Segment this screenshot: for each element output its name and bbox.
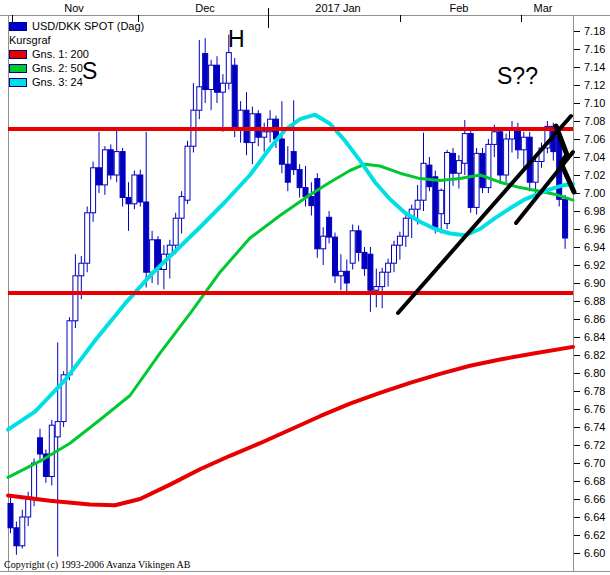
candle-body-down — [309, 197, 314, 206]
chart-type-label: Kursgraf — [9, 34, 51, 46]
candle-body-up — [67, 321, 72, 375]
legend-entry-label: Gns. 1: 200 — [32, 48, 89, 60]
legend-entry-label: Gns. 2: 50 — [32, 62, 83, 74]
candle-body-down — [138, 175, 143, 202]
candle-body-up — [462, 134, 467, 164]
series-swatch — [9, 64, 27, 73]
candle-body-up — [415, 200, 420, 209]
series-swatch — [9, 78, 27, 87]
month-label: Feb — [450, 2, 469, 14]
month-label: 2017 Jan — [315, 2, 360, 14]
candle-body-down — [38, 438, 43, 454]
candle-body-up — [521, 137, 526, 150]
month-label: Dec — [195, 2, 215, 14]
price-label: 6.86 — [584, 313, 605, 325]
candle-body-down — [427, 165, 432, 187]
candle-body-up — [445, 153, 450, 224]
annotation-text: S — [82, 60, 97, 83]
candle-body-up — [32, 463, 37, 499]
chart-legend: USD/DKK SPOT (Dag) Kursgraf Gns. 1: 200G… — [9, 19, 144, 89]
candle-body-up — [456, 161, 461, 174]
copyright-notice: Copyright (c) 1993-2006 Avanza Vikingen … — [4, 559, 191, 570]
price-label: 6.76 — [584, 403, 605, 415]
price-label: 6.64 — [584, 511, 605, 523]
candle-body-up — [262, 132, 267, 137]
series-swatch — [9, 50, 27, 59]
candle-body-down — [285, 164, 290, 182]
candle-body-down — [126, 198, 131, 204]
candle-body-down — [256, 114, 261, 137]
candle-body-down — [108, 150, 113, 175]
legend-entries: Gns. 1: 200Gns. 2: 50Gns. 3: 24 — [9, 47, 144, 89]
price-label: 7.18 — [584, 25, 605, 37]
price-label: 6.60 — [584, 547, 605, 559]
price-label: 6.72 — [584, 439, 605, 451]
candle-body-down — [203, 54, 208, 90]
candle-body-up — [179, 197, 184, 219]
candle-body-down — [215, 65, 220, 92]
candle-body-down — [433, 177, 438, 227]
price-label: 7.16 — [584, 43, 605, 55]
price-label: 6.82 — [584, 349, 605, 361]
price-label: 6.74 — [584, 421, 605, 433]
candle-body-down — [333, 237, 338, 276]
chart-window: NovDec2017 JanFebMar 7.187.167.147.127.1… — [0, 0, 610, 575]
price-label: 7.06 — [584, 133, 605, 145]
candle-body-up — [185, 146, 190, 200]
candle-body-down — [362, 252, 367, 268]
candle-body-up — [338, 271, 343, 276]
candle-body-up — [132, 175, 137, 204]
candle-body-up — [321, 236, 326, 249]
legend-entry-label: Gns. 3: 24 — [32, 76, 83, 88]
month-label: Mar — [534, 2, 553, 14]
candle-body-up — [49, 425, 54, 476]
price-label: 6.88 — [584, 295, 605, 307]
candle-body-down — [368, 254, 373, 290]
price-label: 7.02 — [584, 169, 605, 181]
price-label: 7.12 — [584, 79, 605, 91]
candle-body-up — [504, 139, 509, 175]
candle-body-up — [220, 83, 225, 92]
candle-body-up — [492, 132, 497, 145]
legend-main-series: USD/DKK SPOT (Dag) — [9, 19, 144, 33]
candle-body-down — [451, 153, 456, 173]
candle-body-up — [397, 236, 402, 245]
price-label: 6.84 — [584, 331, 605, 343]
candle-body-up — [114, 152, 119, 175]
candle-body-down — [120, 152, 125, 198]
candle-body-down — [515, 128, 520, 150]
price-label: 6.94 — [584, 241, 605, 253]
series-swatch-price — [9, 22, 27, 31]
candle-body-up — [374, 287, 379, 291]
price-label: 7.00 — [584, 187, 605, 199]
price-label: 6.98 — [584, 205, 605, 217]
candle-body-down — [232, 65, 237, 128]
price-label: 7.10 — [584, 97, 605, 109]
candle-body-down — [563, 199, 568, 238]
candle-body-up — [226, 53, 231, 84]
candle-body-down — [344, 271, 349, 283]
legend-entry: Gns. 3: 24 — [9, 75, 144, 89]
candle-body-up — [486, 144, 491, 187]
price-label: 6.66 — [584, 493, 605, 505]
candle-body-up — [350, 231, 355, 263]
candle-body-down — [468, 134, 473, 208]
legend-subtitle-row: Kursgraf — [9, 33, 144, 47]
candle-body-up — [102, 150, 107, 185]
annotation-text: S?? — [497, 65, 538, 88]
price-label: 7.14 — [584, 61, 605, 73]
price-label: 6.78 — [584, 385, 605, 397]
candle-body-up — [533, 162, 538, 183]
candle-body-up — [26, 499, 31, 517]
candle-body-up — [238, 110, 243, 128]
legend-entry: Gns. 2: 50 — [9, 61, 144, 75]
candle-body-up — [173, 218, 178, 245]
price-label: 6.96 — [584, 223, 605, 235]
candle-body-down — [480, 153, 485, 187]
candle-body-down — [291, 152, 296, 170]
candle-body-up — [85, 213, 90, 263]
candle-body-down — [498, 132, 503, 175]
candle-body-down — [297, 170, 302, 188]
candle-body-up — [91, 168, 96, 213]
candle-body-down — [144, 202, 149, 272]
